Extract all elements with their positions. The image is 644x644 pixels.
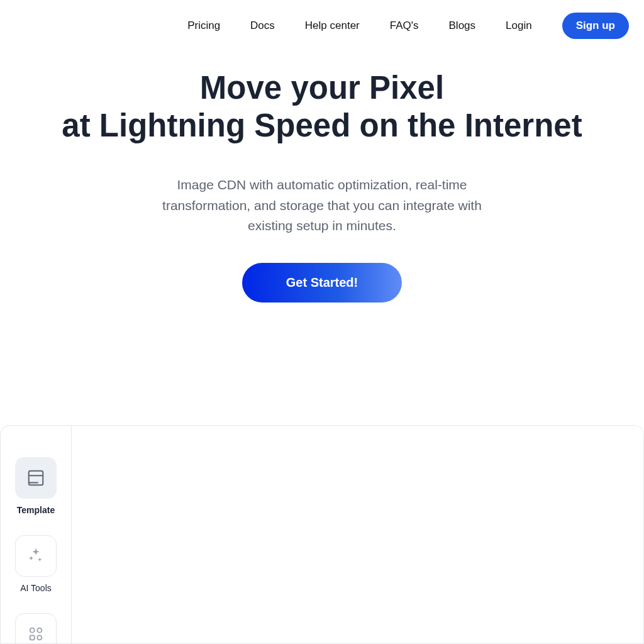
- nav-pricing[interactable]: Pricing: [187, 19, 220, 32]
- hero: Move your Pixel at Lightning Speed on th…: [0, 52, 644, 303]
- nav-docs[interactable]: Docs: [250, 19, 275, 32]
- nav-blogs[interactable]: Blogs: [449, 19, 476, 32]
- svg-point-4: [37, 628, 42, 633]
- nav-login[interactable]: Login: [506, 19, 532, 32]
- template-icon: [15, 457, 57, 499]
- sparkles-icon: [15, 535, 57, 577]
- nav-faqs[interactable]: FAQ's: [390, 19, 419, 32]
- svg-point-6: [37, 635, 42, 640]
- main-area: [72, 426, 643, 643]
- sidebar-item-template[interactable]: Template: [15, 457, 57, 515]
- hero-subtitle: Image CDN with automatic optimization, r…: [158, 175, 486, 236]
- get-started-button[interactable]: Get Started!: [242, 263, 402, 303]
- header: Pricing Docs Help center FAQ's Blogs Log…: [0, 0, 644, 52]
- grid-icon: [15, 613, 57, 644]
- bottom-panel: Template AI Tools: [0, 425, 644, 644]
- sidebar-item-grid[interactable]: [15, 613, 57, 644]
- nav-help-center[interactable]: Help center: [305, 19, 360, 32]
- svg-rect-5: [30, 635, 35, 640]
- svg-point-3: [30, 628, 35, 633]
- signup-button[interactable]: Sign up: [562, 13, 629, 39]
- hero-title: Move your Pixel at Lightning Speed on th…: [0, 69, 644, 145]
- sidebar-item-ai-tools[interactable]: AI Tools: [15, 535, 57, 593]
- sidebar: Template AI Tools: [1, 426, 72, 643]
- sidebar-item-label: AI Tools: [20, 583, 52, 593]
- sidebar-item-label: Template: [17, 505, 55, 515]
